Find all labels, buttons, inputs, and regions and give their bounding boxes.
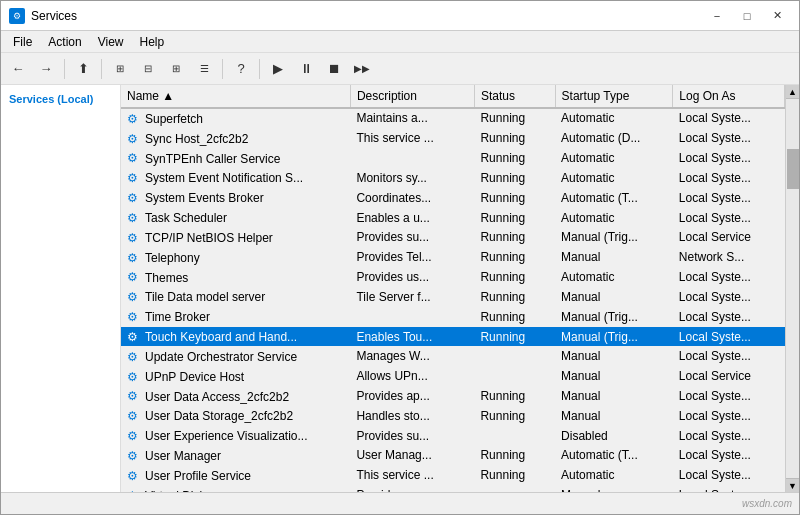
table-row[interactable]: ⚙UPnP Device Host Allows UPn... Manual L… bbox=[121, 366, 785, 386]
forward-button[interactable]: → bbox=[33, 56, 59, 82]
service-logon: Local Syste... bbox=[673, 327, 785, 347]
table-row[interactable]: ⚙Themes Provides us... Running Automatic… bbox=[121, 267, 785, 287]
scroll-track[interactable] bbox=[786, 99, 799, 478]
col-header-name[interactable]: Name ▲ bbox=[121, 85, 350, 108]
table-scroll[interactable]: Name ▲ Description Status Startup Type L… bbox=[121, 85, 785, 492]
menu-file[interactable]: File bbox=[5, 33, 40, 51]
service-startup: Automatic bbox=[555, 267, 673, 287]
table-row[interactable]: ⚙Sync Host_2cfc2b2 This service ... Runn… bbox=[121, 128, 785, 148]
table-row[interactable]: ⚙SynTPEnh Caller Service Running Automat… bbox=[121, 148, 785, 168]
toolbar: ← → ⬆ ⊞ ⊟ ⊞ ☰ ? ▶ ⏸ ⏹ ▶▶ bbox=[1, 53, 799, 85]
service-desc: Provides m... bbox=[350, 485, 474, 492]
table-row[interactable]: ⚙Tile Data model server Tile Server f...… bbox=[121, 287, 785, 307]
service-logon: Local Syste... bbox=[673, 426, 785, 446]
restart-service-button[interactable]: ▶▶ bbox=[349, 56, 375, 82]
scrollbar[interactable]: ▲ ▼ bbox=[785, 85, 799, 492]
service-icon: ⚙ bbox=[127, 429, 141, 443]
col-header-logon[interactable]: Log On As bbox=[673, 85, 785, 108]
service-startup: Automatic (D... bbox=[555, 128, 673, 148]
back-button[interactable]: ← bbox=[5, 56, 31, 82]
close-button[interactable]: ✕ bbox=[763, 5, 791, 27]
table-row[interactable]: ⚙Touch Keyboard and Hand... Enables Tou.… bbox=[121, 327, 785, 347]
service-name: ⚙Time Broker bbox=[121, 307, 350, 327]
table-row[interactable]: ⚙User Experience Visualizatio... Provide… bbox=[121, 426, 785, 446]
table-row[interactable]: ⚙User Data Access_2cfc2b2 Provides ap...… bbox=[121, 386, 785, 406]
service-logon: Local Syste... bbox=[673, 485, 785, 492]
service-startup: Automatic bbox=[555, 208, 673, 228]
table-row[interactable]: ⚙TCP/IP NetBIOS Helper Provides su... Ru… bbox=[121, 227, 785, 247]
service-name: ⚙User Profile Service bbox=[121, 465, 350, 485]
table-row[interactable]: ⚙Time Broker Running Manual (Trig... Loc… bbox=[121, 307, 785, 327]
main-content: Services (Local) Name ▲ Description Stat… bbox=[1, 85, 799, 492]
toolbar-sep-3 bbox=[222, 59, 223, 79]
menu-help[interactable]: Help bbox=[132, 33, 173, 51]
table-row[interactable]: ⚙User Manager User Manag... Running Auto… bbox=[121, 446, 785, 466]
pause-service-button[interactable]: ⏸ bbox=[293, 56, 319, 82]
service-desc: Provides su... bbox=[350, 227, 474, 247]
table-row[interactable]: ⚙User Data Storage_2cfc2b2 Handles sto..… bbox=[121, 406, 785, 426]
col-header-startup[interactable]: Startup Type bbox=[555, 85, 673, 108]
menu-action[interactable]: Action bbox=[40, 33, 89, 51]
main-window: ⚙ Services − □ ✕ File Action View Help ←… bbox=[0, 0, 800, 515]
service-startup: Manual (Trig... bbox=[555, 327, 673, 347]
start-service-button[interactable]: ▶ bbox=[265, 56, 291, 82]
service-status bbox=[474, 366, 555, 386]
table-row[interactable]: ⚙Virtual Disk Provides m... Manual Local… bbox=[121, 485, 785, 492]
sidebar-title[interactable]: Services (Local) bbox=[9, 93, 112, 105]
service-icon: ⚙ bbox=[127, 132, 141, 146]
service-status bbox=[474, 485, 555, 492]
service-name: ⚙Virtual Disk bbox=[121, 485, 350, 492]
maximize-button[interactable]: □ bbox=[733, 5, 761, 27]
service-name: ⚙SynTPEnh Caller Service bbox=[121, 148, 350, 168]
service-icon: ⚙ bbox=[127, 310, 141, 324]
service-startup: Manual bbox=[555, 386, 673, 406]
service-status: Running bbox=[474, 446, 555, 466]
scroll-thumb[interactable] bbox=[787, 149, 799, 189]
title-bar-left: ⚙ Services bbox=[9, 8, 77, 24]
table-row[interactable]: ⚙Update Orchestrator Service Manages W..… bbox=[121, 346, 785, 366]
minimize-button[interactable]: − bbox=[703, 5, 731, 27]
up-button[interactable]: ⬆ bbox=[70, 56, 96, 82]
table-row[interactable]: ⚙User Profile Service This service ... R… bbox=[121, 465, 785, 485]
col-header-status[interactable]: Status bbox=[474, 85, 555, 108]
window-title: Services bbox=[31, 9, 77, 23]
table-body: ⚙Superfetch Maintains a... Running Autom… bbox=[121, 108, 785, 492]
service-name: ⚙Update Orchestrator Service bbox=[121, 346, 350, 366]
service-desc: Allows UPn... bbox=[350, 366, 474, 386]
table-row[interactable]: ⚙Task Scheduler Enables a u... Running A… bbox=[121, 208, 785, 228]
service-logon: Local Syste... bbox=[673, 346, 785, 366]
sidebar: Services (Local) bbox=[1, 85, 121, 492]
service-icon: ⚙ bbox=[127, 469, 141, 483]
service-icon: ⚙ bbox=[127, 449, 141, 463]
service-startup: Manual bbox=[555, 366, 673, 386]
menu-view[interactable]: View bbox=[90, 33, 132, 51]
watermark: wsxdn.com bbox=[742, 498, 792, 509]
scroll-up-btn[interactable]: ▲ bbox=[786, 85, 800, 99]
service-icon: ⚙ bbox=[127, 350, 141, 364]
status-bar bbox=[1, 492, 799, 514]
table-row[interactable]: ⚙System Events Broker Coordinates... Run… bbox=[121, 188, 785, 208]
table-row[interactable]: ⚙System Event Notification S... Monitors… bbox=[121, 168, 785, 188]
stop-service-button[interactable]: ⏹ bbox=[321, 56, 347, 82]
app-icon: ⚙ bbox=[9, 8, 25, 24]
service-desc bbox=[350, 307, 474, 327]
service-status: Running bbox=[474, 307, 555, 327]
show-list-button[interactable]: ☰ bbox=[191, 56, 217, 82]
service-status: Running bbox=[474, 108, 555, 128]
service-desc: This service ... bbox=[350, 465, 474, 485]
table-row[interactable]: ⚙Telephony Provides Tel... Running Manua… bbox=[121, 247, 785, 267]
service-name: ⚙Sync Host_2cfc2b2 bbox=[121, 128, 350, 148]
service-name: ⚙Tile Data model server bbox=[121, 287, 350, 307]
service-startup: Automatic bbox=[555, 148, 673, 168]
service-desc: Monitors sy... bbox=[350, 168, 474, 188]
show-table-button[interactable]: ⊞ bbox=[163, 56, 189, 82]
show-hide-button[interactable]: ⊞ bbox=[107, 56, 133, 82]
service-logon: Local Syste... bbox=[673, 108, 785, 128]
col-header-desc[interactable]: Description bbox=[350, 85, 474, 108]
table-row[interactable]: ⚙Superfetch Maintains a... Running Autom… bbox=[121, 108, 785, 128]
show-tree-button[interactable]: ⊟ bbox=[135, 56, 161, 82]
help-button[interactable]: ? bbox=[228, 56, 254, 82]
scroll-down-btn[interactable]: ▼ bbox=[786, 478, 800, 492]
service-status: Running bbox=[474, 465, 555, 485]
service-logon: Local Syste... bbox=[673, 188, 785, 208]
